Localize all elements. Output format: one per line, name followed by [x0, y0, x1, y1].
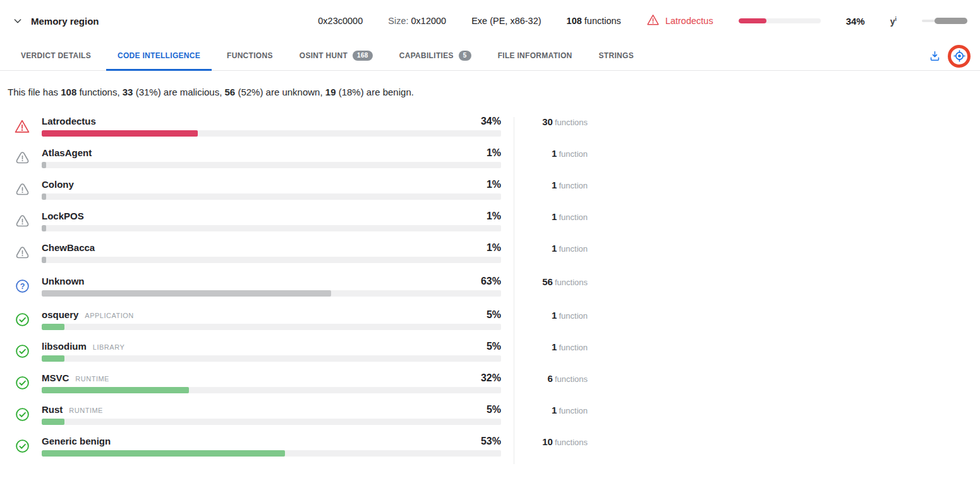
row-head: Latrodectus34% [42, 116, 501, 127]
question-icon: ? [14, 276, 30, 297]
function-count-unit: function [559, 343, 588, 352]
tab-bar: VERDICT DETAILSCODE INTELLIGENCEFUNCTION… [0, 42, 980, 71]
list-item-libsodium[interactable]: libsodiumLIBRARY5%1function [0, 341, 980, 362]
functions-count-label: functions [584, 16, 621, 26]
functions-count: 108 [567, 16, 582, 26]
tab-osint-hunt[interactable]: OSINT HUNT168 [288, 42, 384, 71]
chevron-down-icon[interactable] [13, 16, 23, 26]
list-item-chewbacca[interactable]: ChewBacca1%1function [0, 242, 980, 263]
function-count-number: 1 [552, 341, 557, 352]
list-item-rust[interactable]: RustRUNTIME5%1function [0, 404, 980, 425]
function-count-number: 56 [542, 276, 553, 287]
tab-label: CAPABILITIES [399, 51, 454, 60]
function-count-number: 1 [552, 211, 557, 222]
column-divider [514, 117, 514, 464]
match-percent: 1% [487, 211, 501, 222]
function-count: 10functions [514, 436, 588, 457]
alert-icon [14, 211, 30, 231]
summary-number: 19 [325, 87, 336, 97]
row-main: libsodiumLIBRARY5% [42, 341, 501, 362]
summary-text: This file has 108 functions, 33 (31%) ar… [8, 87, 980, 98]
memory-region-header: Memory region 0x23c0000 Size: 0x12000 Ex… [0, 0, 980, 42]
summary-number: 33 [123, 87, 133, 97]
match-bar-fill [42, 290, 331, 297]
threat-verdict: Latrodectus [646, 13, 713, 28]
list-item-lockpos[interactable]: LockPOS1%1function [0, 211, 980, 231]
summary-fragment: functions, [76, 87, 123, 97]
header-metadata: 0x23c0000 Size: 0x12000 Exe (PE, x86-32)… [318, 13, 967, 28]
zoom-slider[interactable] [922, 17, 967, 25]
list-item-unknown[interactable]: ?Unknown63%56functions [0, 276, 980, 297]
function-count-unit: function [559, 212, 588, 222]
match-bar [42, 355, 501, 362]
match-bar-fill [42, 162, 46, 168]
row-main: Generic benign53% [42, 436, 501, 457]
function-count-number: 1 [552, 243, 557, 254]
function-count-number: 10 [542, 436, 553, 447]
function-count: 1function [514, 147, 588, 168]
match-bar-fill [42, 355, 64, 362]
classification-tag: APPLICATION [85, 312, 133, 319]
tab-code-intelligence[interactable]: CODE INTELLIGENCE [106, 42, 212, 71]
row-main: osqueryAPPLICATION5% [42, 309, 501, 330]
classification-list: Latrodectus34%30functionsAtlasAgent1%1fu… [0, 116, 980, 457]
match-percent: 1% [487, 179, 501, 190]
classification-name: ChewBacca [42, 242, 95, 253]
match-bar-fill [42, 387, 189, 393]
match-bar-fill [42, 324, 64, 330]
function-count-unit: functions [555, 278, 588, 287]
tab-functions[interactable]: FUNCTIONS [215, 42, 284, 71]
match-percent: 53% [481, 436, 501, 447]
row-main: Latrodectus34% [42, 116, 501, 137]
function-count: 56functions [514, 276, 588, 297]
tabs-container: VERDICT DETAILSCODE INTELLIGENCEFUNCTION… [9, 42, 649, 70]
slider-thumb[interactable] [935, 18, 967, 24]
function-count: 30functions [514, 116, 588, 137]
function-count-number: 6 [548, 373, 553, 384]
row-head: osqueryAPPLICATION5% [42, 309, 501, 321]
row-main: AtlasAgent1% [42, 147, 501, 168]
row-main: LockPOS1% [42, 211, 501, 231]
svg-text:?: ? [20, 282, 25, 291]
match-bar [42, 225, 501, 231]
function-count-number: 30 [542, 116, 553, 127]
match-bar [42, 290, 501, 297]
match-bar [42, 193, 501, 200]
row-head: LockPOS1% [42, 211, 501, 222]
tab-strings[interactable]: STRINGS [588, 42, 645, 71]
summary-fragment: (18%) are benign. [336, 87, 413, 97]
tab-file-information[interactable]: FILE INFORMATION [487, 42, 584, 71]
tab-label: STRINGS [599, 51, 634, 60]
tab-verdict-details[interactable]: VERDICT DETAILS [9, 42, 102, 71]
row-head: Generic benign53% [42, 436, 501, 447]
summary-number: 56 [225, 87, 236, 97]
list-item-generic-benign[interactable]: Generic benign53%10functions [0, 436, 980, 457]
file-type: Exe (PE, x86-32) [471, 16, 541, 26]
tab-capabilities[interactable]: CAPABILITIES5 [388, 42, 483, 71]
function-count: 1function [514, 211, 588, 231]
match-percent: 1% [487, 242, 501, 254]
list-item-osquery[interactable]: osqueryAPPLICATION5%1function [0, 309, 980, 330]
function-count-number: 1 [552, 310, 557, 321]
row-head: RustRUNTIME5% [42, 404, 501, 415]
classification-tag: RUNTIME [75, 375, 109, 383]
function-count-unit: function [559, 311, 588, 321]
list-item-latrodectus[interactable]: Latrodectus34%30functions [0, 116, 980, 137]
match-percent: 1% [487, 147, 501, 159]
download-icon[interactable] [929, 50, 941, 62]
row-head: ChewBacca1% [42, 242, 501, 254]
memory-address: 0x23c0000 [318, 16, 363, 26]
classification-tag: LIBRARY [93, 343, 124, 351]
size-value: 0x12000 [411, 16, 447, 26]
list-item-msvc[interactable]: MSVCRUNTIME32%6functions [0, 372, 980, 393]
list-item-atlasagent[interactable]: AtlasAgent1%1function [0, 147, 980, 168]
match-bar [42, 450, 501, 457]
function-count-unit: function [559, 244, 588, 254]
match-bar-fill [42, 193, 46, 200]
classification-name: Unknown [42, 276, 85, 286]
function-count-unit: functions [555, 438, 588, 447]
locate-target-icon[interactable] [952, 49, 966, 63]
list-item-colony[interactable]: Colony1%1function [0, 179, 980, 200]
threat-name: Latrodectus [665, 16, 713, 26]
row-main: Unknown63% [42, 276, 501, 297]
